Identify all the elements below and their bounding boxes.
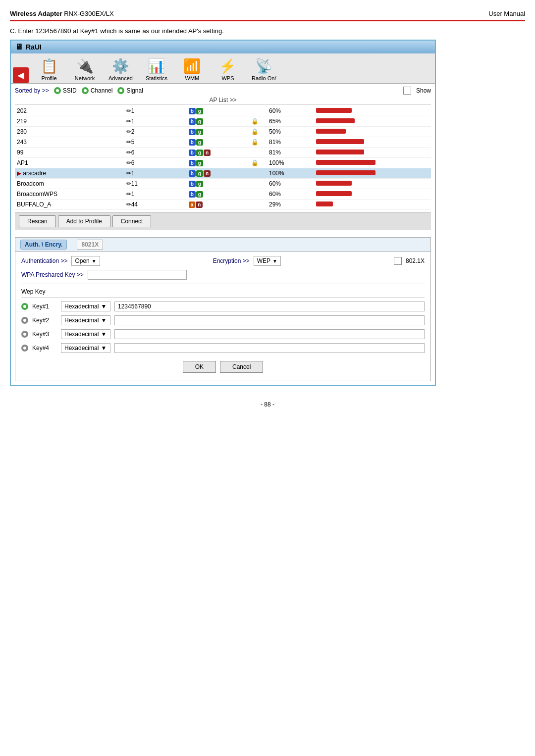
- table-row[interactable]: 99✏6bgn81%: [15, 148, 431, 158]
- key-radio-1[interactable]: [21, 303, 28, 310]
- page-header: Wireless Adapter RNX-G300EX/LX User Manu…: [10, 10, 525, 21]
- ap-ssid: 202: [15, 106, 124, 116]
- toolbar-profile[interactable]: 📋 Profile: [32, 55, 66, 83]
- toolbar-network[interactable]: 🔌 Network: [67, 55, 102, 83]
- key-radio-3[interactable]: [21, 331, 28, 338]
- table-row[interactable]: 202✏1bg60%: [15, 106, 431, 116]
- show-checkbox[interactable]: [403, 87, 411, 95]
- titlebar-label: RaUI: [26, 43, 42, 51]
- wpa-key-input[interactable]: [88, 270, 187, 280]
- ap-signal-text: 50%: [267, 127, 314, 137]
- table-row[interactable]: Broadcom✏11bg60%: [15, 179, 431, 189]
- toolbar: ◀ 📋 Profile 🔌 Network ⚙️ Advanced 📊 Stat…: [11, 53, 435, 84]
- cancel-button[interactable]: Cancel: [220, 361, 263, 373]
- key-input-1[interactable]: [114, 302, 425, 311]
- channel-radio-option[interactable]: Channel: [82, 87, 113, 94]
- ap-ssid: BroadcomWPS: [15, 189, 124, 200]
- key-input-3[interactable]: [114, 329, 425, 339]
- wpa-label: WPA Preshared Key >>: [21, 271, 84, 278]
- table-row[interactable]: BUFFALO_A✏44an29%: [15, 200, 431, 210]
- ssid-radio-option[interactable]: SSID: [54, 87, 77, 94]
- toolbar-statistics[interactable]: 📊 Statistics: [139, 55, 174, 83]
- key-radio-4[interactable]: [21, 345, 28, 352]
- auth-encry-tab[interactable]: Auth. \ Encry.: [20, 240, 67, 250]
- add-to-profile-button[interactable]: Add to Profile: [58, 215, 110, 227]
- toolbar-advanced[interactable]: ⚙️ Advanced: [103, 55, 138, 83]
- ok-button[interactable]: OK: [183, 361, 216, 373]
- key-id-label: Key#4: [32, 345, 57, 352]
- key-type-select-1[interactable]: Hexadecimal ▼: [61, 302, 110, 311]
- wep-key-title: Wep Key: [21, 288, 425, 298]
- ap-channel: ✏44: [124, 200, 187, 210]
- 802-1x-checkbox[interactable]: [394, 257, 402, 265]
- sorted-by-label: Sorted by >>: [15, 87, 49, 94]
- channel-radio: [82, 87, 89, 94]
- encryption-select[interactable]: WEP ▼: [254, 256, 281, 266]
- ap-encryption: [249, 148, 267, 158]
- ap-channel: ✏1: [124, 168, 187, 179]
- ap-signal-bar: [314, 189, 431, 200]
- radio-icon: 📡: [255, 58, 272, 74]
- ap-types: bg: [187, 158, 249, 168]
- toolbar-wmm[interactable]: 📶 WMM: [175, 55, 210, 83]
- ap-encryption: [249, 179, 267, 189]
- ap-signal-bar: [314, 106, 431, 116]
- network-label: Network: [75, 75, 95, 81]
- page-header-left: Wireless Adapter RNX-G300EX/LX: [10, 10, 114, 17]
- show-label: Show: [416, 87, 431, 94]
- page-number: - 88 -: [10, 401, 525, 408]
- ap-types: bgn: [187, 168, 249, 179]
- key-input-2[interactable]: [114, 315, 425, 325]
- back-button[interactable]: ◀: [13, 67, 29, 83]
- ap-ssid: 230: [15, 127, 124, 137]
- table-row[interactable]: 243✏5bg🔒81%: [15, 137, 431, 148]
- ap-encryption: [249, 200, 267, 210]
- sorted-row: Sorted by >> SSID Channel Signal Show: [15, 87, 431, 95]
- channel-label: Channel: [91, 87, 113, 94]
- product-name-bold: Wireless Adapter: [10, 10, 62, 17]
- toolbar-radio[interactable]: 📡 Radio On/: [246, 55, 282, 83]
- table-row[interactable]: 219✏1bg🔒65%: [15, 116, 431, 127]
- titlebar: 🖥 RaUI: [11, 41, 435, 53]
- ap-signal-text: 60%: [267, 189, 314, 200]
- encryption-label: Encryption >>: [213, 257, 250, 264]
- table-row[interactable]: 230✏2bg🔒50%: [15, 127, 431, 137]
- rescan-button[interactable]: Rescan: [19, 215, 56, 227]
- wep-key-section: Wep Key Key#1Hexadecimal ▼Key#2Hexadecim…: [21, 284, 425, 353]
- key-input-4[interactable]: [114, 343, 425, 353]
- key-type-select-3[interactable]: Hexadecimal ▼: [61, 329, 110, 339]
- ap-channel: ✏2: [124, 127, 187, 137]
- description-text: C. Enter 1234567890 at Key#1 which is sa…: [10, 27, 525, 35]
- table-row[interactable]: ▶ arscadre✏1bgn100%: [15, 168, 431, 179]
- ap-encryption: [249, 189, 267, 200]
- key-row: Key#4Hexadecimal ▼: [21, 343, 425, 353]
- authentication-label: Authentication >>: [21, 257, 67, 264]
- ap-signal-text: 65%: [267, 116, 314, 127]
- ap-ssid: 99: [15, 148, 124, 158]
- ap-channel: ✏6: [124, 158, 187, 168]
- signal-radio-option[interactable]: Signal: [117, 87, 143, 94]
- ap-encryption: 🔒: [249, 127, 267, 137]
- key-type-select-4[interactable]: Hexadecimal ▼: [61, 343, 110, 353]
- wpa-row: WPA Preshared Key >>: [21, 270, 425, 280]
- toolbar-wps[interactable]: ⚡ WPS: [211, 55, 245, 83]
- ap-encryption: 🔒: [249, 158, 267, 168]
- ap-types: bg: [187, 137, 249, 148]
- ap-types: bg: [187, 189, 249, 200]
- auth-header: Auth. \ Encry. 8021X: [15, 238, 430, 252]
- table-row[interactable]: AP1✏6bg🔒100%: [15, 158, 431, 168]
- profile-icon: 📋: [41, 58, 58, 74]
- key-id-label: Key#3: [32, 331, 57, 338]
- connect-button[interactable]: Connect: [112, 215, 152, 227]
- advanced-label: Advanced: [108, 75, 133, 81]
- key-row: Key#1Hexadecimal ▼: [21, 302, 425, 311]
- key-radio-2[interactable]: [21, 317, 28, 324]
- ap-encryption: 🔒: [249, 116, 267, 127]
- ap-signal-text: 100%: [267, 158, 314, 168]
- authentication-select[interactable]: Open ▼: [71, 256, 100, 266]
- table-row[interactable]: BroadcomWPS✏1bg60%: [15, 189, 431, 200]
- ap-types: bg: [187, 179, 249, 189]
- wps-icon: ⚡: [219, 58, 236, 74]
- key-type-select-2[interactable]: Hexadecimal ▼: [61, 315, 110, 325]
- signal-radio: [117, 87, 124, 94]
